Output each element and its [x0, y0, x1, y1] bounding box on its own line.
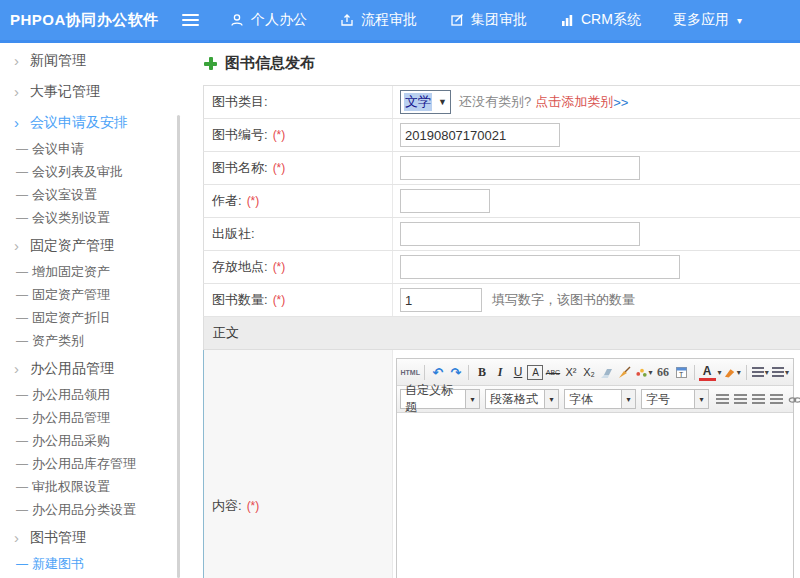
sidebar-label: 办公用品库存管理	[32, 455, 136, 473]
nav-crm-system[interactable]: CRM系统	[559, 11, 641, 29]
italic-button[interactable]: I	[491, 363, 508, 381]
location-input[interactable]	[400, 255, 680, 279]
add-category-link[interactable]: 点击添加类别	[535, 93, 613, 111]
sidebar-subitem-supplies-stock[interactable]: —办公用品库存管理	[0, 452, 195, 475]
publisher-input[interactable]	[400, 222, 640, 246]
add-category-arrows[interactable]: >>	[613, 95, 628, 110]
nav-label: 流程审批	[361, 11, 417, 29]
color-palette-icon[interactable]: ▾	[634, 363, 653, 381]
book-name-input[interactable]	[400, 156, 640, 180]
book-code-input[interactable]	[400, 123, 560, 147]
underline-button[interactable]: U	[509, 363, 526, 381]
sidebar-subitem-supplies-category[interactable]: —办公用品分类设置	[0, 498, 195, 521]
sidebar-subitem-asset-category[interactable]: —资产类别	[0, 329, 195, 352]
sidebar-subitem-add-asset[interactable]: —增加固定资产	[0, 260, 195, 283]
superscript-button[interactable]: X²	[562, 363, 579, 381]
sidebar-label: 办公用品管理	[32, 409, 110, 427]
author-input[interactable]	[400, 189, 490, 213]
sidebar-subitem-asset-depreciation[interactable]: —固定资产折旧	[0, 306, 195, 329]
form-row-category: 图书类目: 文学 ▼ 还没有类别? 点击添加类别 >>	[203, 86, 800, 119]
sidebar-item-supplies-mgmt[interactable]: ›办公用品管理	[0, 354, 195, 383]
caret-down-icon: ▾	[621, 390, 635, 408]
nav-personal-office[interactable]: 个人办公	[229, 11, 307, 29]
field-label: 内容:(*)	[204, 350, 393, 578]
dash-icon: —	[16, 504, 32, 516]
sidebar-subitem-supplies-claim[interactable]: —办公用品领用	[0, 383, 195, 406]
redo-button[interactable]: ↷	[447, 363, 464, 381]
align-left-icon[interactable]	[714, 390, 731, 408]
category-select[interactable]: 文学 ▼	[400, 90, 451, 114]
align-justify-icon[interactable]	[768, 390, 785, 408]
plus-icon	[204, 57, 217, 70]
sidebar-scrollbar[interactable]	[177, 115, 180, 578]
html-source-button[interactable]: HTML	[400, 363, 420, 381]
book-form: 图书类目: 文学 ▼ 还没有类别? 点击添加类别 >> 图书编号:(*) 图书名…	[203, 85, 800, 578]
sidebar-label: 大事记管理	[30, 83, 100, 101]
sidebar-subitem-meeting-request[interactable]: —会议申请	[0, 137, 195, 160]
field-label: 存放地点:(*)	[204, 251, 393, 283]
ordered-list-icon[interactable]: ▾	[751, 363, 770, 381]
bullet-list-icon[interactable]: ▾	[771, 363, 790, 381]
caret-down-icon[interactable]: ▾	[718, 368, 722, 377]
select-caret-icon: ▼	[438, 97, 447, 107]
form-row-publisher: 出版社:	[203, 218, 800, 251]
top-navigation-bar: PHPOA协同办公软件 个人办公 流程审批 集团审批 CRM系统 更多应用 ▾	[0, 0, 800, 43]
editor-content-area[interactable]	[397, 413, 793, 578]
link-icon[interactable]	[786, 390, 800, 408]
dash-icon: —	[16, 389, 32, 401]
align-center-icon[interactable]	[732, 390, 749, 408]
undo-button[interactable]: ↶	[429, 363, 446, 381]
sidebar-item-news-mgmt[interactable]: ›新闻管理	[0, 46, 195, 75]
field-label: 作者:(*)	[204, 185, 393, 217]
subscript-button[interactable]: X₂	[580, 363, 597, 381]
sidebar-subitem-supplies-mgmt[interactable]: —办公用品管理	[0, 406, 195, 429]
font-color-button[interactable]: A	[699, 364, 716, 381]
caret-down-icon: ▾	[737, 15, 742, 26]
sidebar-item-book-mgmt[interactable]: ›图书管理	[0, 523, 195, 552]
chevron-right-icon: ›	[14, 53, 30, 68]
sidebar-subitem-meeting-category[interactable]: —会议类别设置	[0, 206, 195, 229]
sidebar-subitem-new-book[interactable]: —新建图书	[0, 552, 195, 575]
sidebar-subitem-meeting-room[interactable]: —会议室设置	[0, 183, 195, 206]
sidebar-subitem-asset-mgmt[interactable]: —固定资产管理	[0, 283, 195, 306]
chevron-right-icon: ›	[14, 530, 30, 545]
eraser-icon[interactable]	[598, 363, 615, 381]
nav-more-apps[interactable]: 更多应用 ▾	[673, 11, 742, 29]
paragraph-format-dropdown[interactable]: 段落格式▾	[485, 389, 559, 409]
required-mark: (*)	[247, 499, 260, 513]
sidebar-item-events-mgmt[interactable]: ›大事记管理	[0, 77, 195, 106]
quantity-input[interactable]	[400, 288, 482, 312]
bar-chart-icon	[559, 12, 575, 28]
required-mark: (*)	[273, 128, 286, 142]
format-brush-icon[interactable]	[616, 363, 633, 381]
nav-workflow-approval[interactable]: 流程审批	[339, 11, 417, 29]
strikethrough-button[interactable]: ABC	[544, 363, 561, 381]
chevron-right-icon: ›	[14, 84, 30, 99]
custom-title-dropdown[interactable]: 自定义标题▾	[400, 389, 480, 409]
sidebar-subitem-approval-permission[interactable]: —审批权限设置	[0, 475, 195, 498]
blockquote-button[interactable]: 66	[655, 363, 672, 381]
paste-text-icon[interactable]: T	[673, 363, 690, 381]
form-row-code: 图书编号:(*)	[203, 119, 800, 152]
align-right-icon[interactable]	[750, 390, 767, 408]
nav-group-approval[interactable]: 集团审批	[449, 11, 527, 29]
hamburger-menu-icon[interactable]	[182, 11, 199, 29]
sidebar-subitem-supplies-purchase[interactable]: —办公用品采购	[0, 429, 195, 452]
sidebar-label: 办公用品采购	[32, 432, 110, 450]
category-selected-value: 文学	[404, 93, 432, 111]
required-mark: (*)	[273, 260, 286, 274]
caret-down-icon: ▾	[694, 390, 708, 408]
sidebar-label: 办公用品分类设置	[32, 501, 136, 519]
sidebar-subitem-meeting-list[interactable]: —会议列表及审批	[0, 160, 195, 183]
section-header-body: 正文	[203, 317, 800, 350]
font-style-button[interactable]: A	[527, 365, 543, 380]
font-size-dropdown[interactable]: 字号▾	[641, 389, 709, 409]
sidebar-label: 新建图书	[32, 555, 84, 573]
highlight-pen-icon[interactable]: ▾	[723, 363, 742, 381]
font-family-dropdown[interactable]: 字体▾	[564, 389, 636, 409]
sidebar-label: 增加固定资产	[32, 263, 110, 281]
sidebar-item-meeting-apply[interactable]: ›会议申请及安排	[0, 108, 195, 137]
nav-label: 个人办公	[251, 11, 307, 29]
bold-button[interactable]: B	[473, 363, 490, 381]
sidebar-item-assets-mgmt[interactable]: ›固定资产管理	[0, 231, 195, 260]
